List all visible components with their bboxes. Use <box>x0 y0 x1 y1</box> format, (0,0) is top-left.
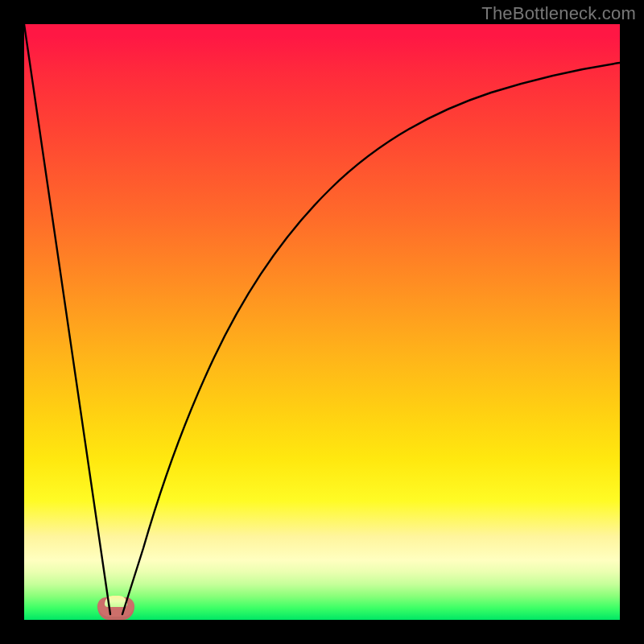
watermark-text: TheBottleneck.com <box>481 3 636 24</box>
chart-frame: TheBottleneck.com <box>0 0 644 644</box>
right-curve-line <box>122 63 620 614</box>
curve-overlay <box>24 24 620 620</box>
plot-area <box>24 24 620 620</box>
left-slope-line <box>24 24 110 614</box>
